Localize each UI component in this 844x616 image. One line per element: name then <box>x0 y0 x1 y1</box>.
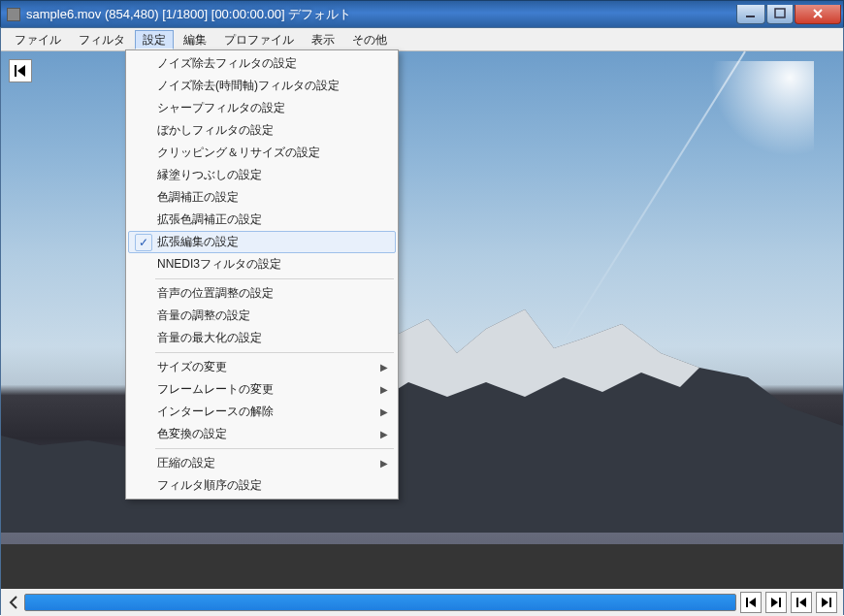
dd-deinterlace[interactable]: インターレースの解除▶ <box>128 401 396 423</box>
menu-settings[interactable]: 設定 <box>135 30 174 49</box>
chevron-right-icon: ▶ <box>380 362 388 373</box>
check-icon: ✓ <box>135 234 152 251</box>
minimize-button[interactable] <box>736 5 765 24</box>
dd-nnedi3[interactable]: NNEDI3フィルタの設定 <box>128 253 396 276</box>
dd-volume-max[interactable]: 音量の最大化の設定 <box>128 327 396 349</box>
menu-edit[interactable]: 編集 <box>176 30 214 49</box>
close-button[interactable] <box>795 5 841 24</box>
dd-clipping-resize[interactable]: クリッピング＆リサイズの設定 <box>128 142 396 164</box>
dd-color-convert[interactable]: 色変換の設定▶ <box>128 423 396 445</box>
dd-volume-adjust[interactable]: 音量の調整の設定 <box>128 305 396 327</box>
dd-label: NNEDI3フィルタの設定 <box>157 256 281 273</box>
goto-start-button[interactable] <box>9 59 32 82</box>
letterbox-bottom <box>1 544 843 589</box>
menu-view[interactable]: 表示 <box>304 30 342 49</box>
menu-profile[interactable]: プロファイル <box>216 30 302 49</box>
svg-rect-0 <box>746 16 755 17</box>
dd-label: フレームレートの変更 <box>157 381 274 398</box>
dd-ext-color-correction[interactable]: 拡張色調補正の設定 <box>128 209 396 231</box>
dd-label: 色変換の設定 <box>157 426 227 442</box>
seek-bar[interactable] <box>24 594 736 611</box>
dd-filter-order[interactable]: フィルタ順序の設定 <box>128 474 396 497</box>
menubar: ファイル フィルタ 設定 編集 プロファイル 表示 その他 ノイズ除去フィルタの… <box>1 28 843 51</box>
chevron-right-icon: ▶ <box>380 458 388 469</box>
settings-dropdown: ノイズ除去フィルタの設定 ノイズ除去(時間軸)フィルタの設定 シャープフィルタの… <box>125 49 399 500</box>
transport-bar <box>1 589 843 616</box>
svg-rect-6 <box>829 598 831 607</box>
dd-label: インターレースの解除 <box>157 404 274 420</box>
dd-label: 拡張色調補正の設定 <box>157 211 262 228</box>
titlebar: sample6.mov (854,480) [1/1800] [00:00:00… <box>0 0 844 27</box>
dd-framerate-change[interactable]: フレームレートの変更▶ <box>128 378 396 401</box>
dd-label: ノイズ除去(時間軸)フィルタの設定 <box>157 78 340 94</box>
app-icon <box>7 8 20 21</box>
maximize-button[interactable] <box>766 5 794 24</box>
goto-first-button[interactable] <box>791 592 812 613</box>
dd-label: フィルタ順序の設定 <box>157 477 262 494</box>
step-back-icon <box>744 596 758 609</box>
minimize-icon <box>744 7 758 20</box>
window-title: sample6.mov (854,480) [1/1800] [00:00:00… <box>26 6 735 23</box>
dd-edge-fill[interactable]: 縁塗りつぶしの設定 <box>128 164 396 186</box>
dd-label: 音量の最大化の設定 <box>157 330 262 346</box>
svg-rect-5 <box>796 598 798 607</box>
dd-label: 色調補正の設定 <box>157 189 239 206</box>
separator <box>155 448 394 449</box>
menu-file[interactable]: ファイル <box>7 30 69 49</box>
window-client-frame: ファイル フィルタ 設定 編集 プロファイル 表示 その他 ノイズ除去フィルタの… <box>0 27 844 615</box>
dd-ext-editing[interactable]: ✓ 拡張編集の設定 <box>128 231 396 253</box>
goto-last-button[interactable] <box>816 592 837 613</box>
dd-label: クリッピング＆リサイズの設定 <box>157 145 320 161</box>
chevron-right-icon: ▶ <box>380 384 388 395</box>
dd-label: ノイズ除去フィルタの設定 <box>157 55 297 72</box>
separator <box>155 278 394 279</box>
svg-rect-2 <box>15 65 16 77</box>
dd-label: ぼかしフィルタの設定 <box>157 122 274 139</box>
dd-noise-removal[interactable]: ノイズ除去フィルタの設定 <box>128 52 396 75</box>
dd-compression[interactable]: 圧縮の設定▶ <box>128 452 396 474</box>
dd-label: シャープフィルタの設定 <box>157 100 285 116</box>
dd-label: サイズの変更 <box>157 359 227 375</box>
last-icon <box>820 596 833 609</box>
chevron-right-icon: ▶ <box>380 406 388 417</box>
svg-rect-3 <box>746 598 748 607</box>
dd-label: 縁塗りつぶしの設定 <box>157 167 262 183</box>
dd-label: 音声の位置調整の設定 <box>157 285 274 302</box>
dd-noise-removal-time[interactable]: ノイズ除去(時間軸)フィルタの設定 <box>128 75 396 97</box>
menu-other[interactable]: その他 <box>344 30 395 49</box>
dd-label: 音量の調整の設定 <box>157 308 250 324</box>
svg-rect-4 <box>779 598 781 607</box>
maximize-icon <box>773 7 787 20</box>
close-icon <box>811 7 825 20</box>
first-icon <box>795 596 808 609</box>
next-frame-button[interactable] <box>765 592 787 613</box>
dd-size-change[interactable]: サイズの変更▶ <box>128 356 396 378</box>
svg-rect-1 <box>775 9 785 17</box>
prev-frame-button[interactable] <box>740 592 762 613</box>
dd-audio-position[interactable]: 音声の位置調整の設定 <box>128 282 396 305</box>
dd-sharpen[interactable]: シャープフィルタの設定 <box>128 97 396 119</box>
step-forward-icon <box>769 596 783 609</box>
menu-filter[interactable]: フィルタ <box>71 30 133 49</box>
step-left-button[interactable] <box>7 594 20 611</box>
dd-color-correction[interactable]: 色調補正の設定 <box>128 186 396 209</box>
separator <box>155 352 394 353</box>
chevron-right-icon: ▶ <box>380 429 388 439</box>
chevron-left-icon <box>9 596 18 609</box>
dd-label: 圧縮の設定 <box>157 455 215 471</box>
dd-blur[interactable]: ぼかしフィルタの設定 <box>128 119 396 142</box>
window-buttons <box>735 5 841 24</box>
dd-label: 拡張編集の設定 <box>157 234 239 250</box>
goto-start-icon <box>13 63 28 79</box>
